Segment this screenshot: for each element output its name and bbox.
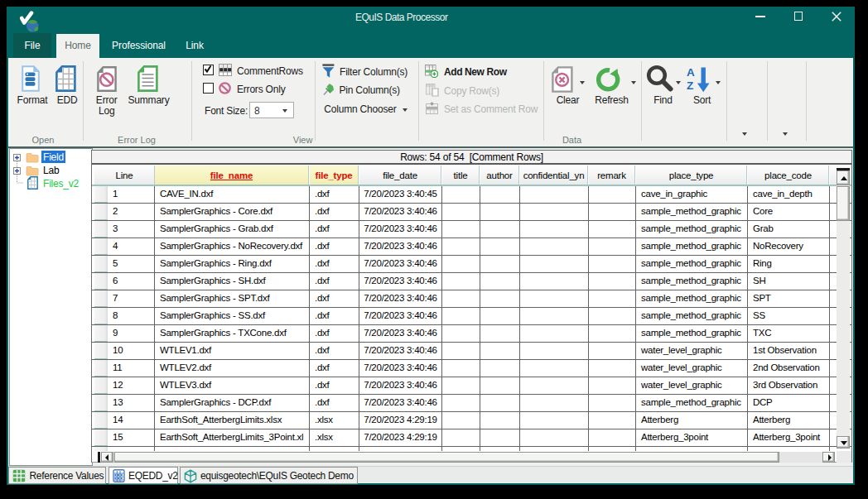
svg-text:Z: Z	[687, 79, 693, 92]
svg-text:A: A	[687, 66, 695, 79]
